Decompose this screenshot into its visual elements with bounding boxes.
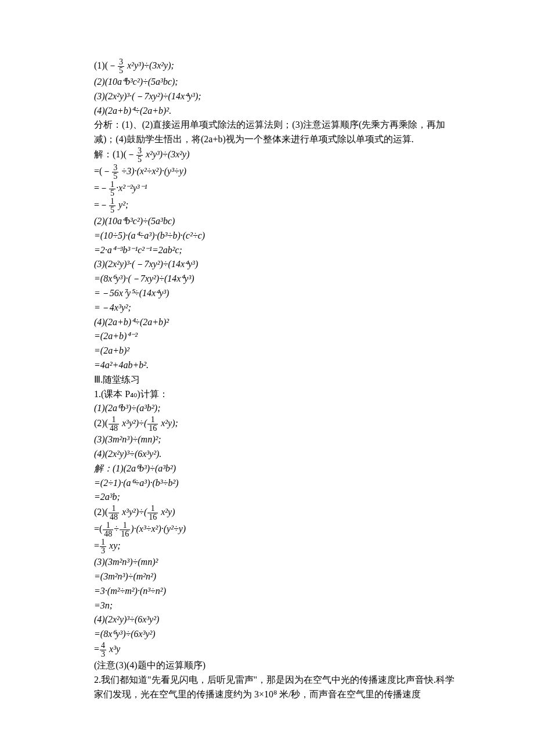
- text-line: =(148÷116)·(x³÷x²)·(y²÷y): [75, 521, 459, 538]
- text-line: (4)(2x²y)³÷(6x³y²): [75, 613, 459, 627]
- fraction: 148: [109, 505, 119, 521]
- fraction: 15: [109, 181, 116, 197]
- text-line: (3)(2x²y)³·(－7xy²)÷(14x⁴y³);: [75, 89, 459, 104]
- text-line: =－4x³y²;: [75, 301, 459, 315]
- text-line: 解：(1)(－35 x²y³)÷(3x²y): [75, 147, 459, 164]
- text-line: (3)(2x²y)³·(－7xy²)÷(14x⁴y³): [75, 257, 459, 272]
- text-line: =2a³b;: [75, 490, 459, 505]
- text-line: =3·(m²÷m²)·(n³÷n²): [75, 584, 459, 599]
- text-line: (4)(2a+b)⁴÷(2a+b)².: [75, 104, 459, 118]
- note-line: (注意(3)(4)题中的运算顺序): [75, 658, 459, 673]
- text-line: =(2a+b)²: [75, 344, 459, 358]
- text-line: =－15 y²;: [75, 197, 459, 214]
- fraction: 116: [147, 505, 158, 521]
- text-line: 解：(1)(2a⁶b³)÷(a³b²): [75, 462, 459, 476]
- text-line: (1)(2a⁶b³)÷(a³b²);: [75, 401, 459, 416]
- text-line: (2)(148 x³y²)÷(116 x²y);: [75, 416, 459, 433]
- text-line: =(2÷1)·(a⁶÷a³)·(b³÷b²): [75, 476, 459, 491]
- fraction: 148: [103, 521, 113, 538]
- fraction: 13: [100, 538, 106, 555]
- fraction: 35: [118, 58, 124, 75]
- fraction: 116: [120, 521, 130, 538]
- text-line: =(－35 ÷3)·(x²÷x²)·(y³÷y): [75, 164, 459, 181]
- text-line: =13 xy;: [75, 538, 459, 555]
- text-line: =2·a⁴⁻³b³⁻¹c²⁻¹=2ab²c;: [75, 243, 459, 258]
- text-line: =(8x⁶y³)·(－7xy²)÷(14x⁴y³): [75, 272, 459, 286]
- text-line: (4)(2x²y)³÷(6x³y²).: [75, 447, 459, 462]
- fraction: 116: [147, 416, 158, 433]
- text-line: =4a²+4ab+b².: [75, 358, 459, 373]
- text-line: (4)(2a+b)⁴÷(2a+b)²: [75, 315, 459, 330]
- text-line: (3)(3m²n³)÷(mn)²;: [75, 433, 459, 447]
- text-line: =3n;: [75, 599, 459, 613]
- section-heading: Ⅲ.随堂练习: [75, 373, 459, 387]
- text-line: =(8x⁶y³)÷(6x³y²): [75, 627, 459, 642]
- fraction: 148: [109, 416, 119, 433]
- text-line: (1)(－35 x²y³)÷(3x²y);: [75, 58, 459, 75]
- text-line: (2)(10a⁴b³c²)÷(5a³bc): [75, 214, 459, 229]
- text-line: =－56x⁷y⁵÷(14x⁴y³): [75, 286, 459, 301]
- analysis-paragraph: 分析：(1)、(2)直接运用单项式除法的运算法则；(3)注意运算顺序(先乘方再乘…: [75, 118, 459, 147]
- text-line: =43 x³y: [75, 642, 459, 658]
- fraction: 15: [109, 197, 116, 214]
- text-line: 1.(课本 P₄₀)计算：: [75, 387, 459, 402]
- text-line: =(10÷5)·(a⁴÷a³)·(b³÷b)·(c²÷c): [75, 229, 459, 243]
- text-line: =(2a+b)⁴⁻²: [75, 329, 459, 344]
- paragraph: 2.我们都知道"先看见闪电，后听见雷声"，那是因为在空气中光的传播速度比声音快.…: [75, 673, 459, 702]
- text-line: (2)(148 x³y²)÷(116 x²y): [75, 505, 459, 521]
- fraction: 43: [100, 642, 106, 658]
- fraction: 35: [136, 147, 143, 164]
- text-line: (3)(3m²n³)÷(mn)²: [75, 555, 459, 570]
- text-line: =－15·x²⁻²y³⁻¹: [75, 181, 459, 197]
- text-line: =(3m²n³)÷(m²n²): [75, 570, 459, 584]
- fraction: 35: [112, 164, 118, 181]
- text-line: (2)(10a⁴b³c²)÷(5a³bc);: [75, 75, 459, 89]
